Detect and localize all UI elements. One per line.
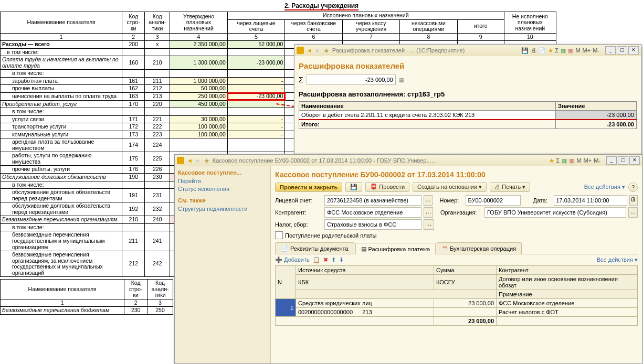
row-name: заработная плата <box>1 77 122 85</box>
h-nekass: некассовыми операциями <box>400 19 457 33</box>
date-select[interactable]: 🗓 <box>629 195 638 206</box>
h-kassa: через кассу учреждения <box>342 19 399 33</box>
star-icon[interactable]: ★ <box>204 157 210 165</box>
row-name: Обслуживание долговых обязательств <box>1 174 122 181</box>
help-button[interactable]: ? <box>628 183 638 192</box>
h-row: Код стро- ки <box>122 12 145 34</box>
post-close-button[interactable]: Провести и закрыть <box>275 183 342 192</box>
payment-grid[interactable]: N Источник средств Сумма Контрагент КБК … <box>275 265 638 326</box>
h-exec: Исполнено плановых назначений <box>227 12 504 20</box>
row-name: Расходы — всего <box>1 41 122 49</box>
post-button[interactable]: 📮 Провести <box>365 182 409 192</box>
tab-req[interactable]: 📄 Реквизиты документа <box>275 242 354 254</box>
contr-select[interactable]: … <box>424 207 433 218</box>
delete-icon[interactable]: ✖ <box>323 256 328 263</box>
row-num[interactable]: 1 <box>276 299 296 317</box>
row-name: в том числе: <box>1 181 122 189</box>
contr-input[interactable] <box>324 207 421 218</box>
row-name: прочие работы, услуги <box>1 166 122 174</box>
h-name: Наименование показателя <box>1 12 122 34</box>
down-icon[interactable]: ⬇ <box>339 256 344 263</box>
mp-btn[interactable]: M+ <box>584 157 592 164</box>
m-btn[interactable]: M <box>575 47 580 53</box>
row-sum[interactable]: 23 000,00 <box>434 299 497 308</box>
close-button[interactable]: ✕ <box>628 46 639 55</box>
max-button[interactable]: ▢ <box>617 46 627 55</box>
titlebar-2[interactable]: ◄ ► ★ Кассовое поступление БУ00-000002 о… <box>175 155 642 166</box>
win1-sub: Расшифровка автозаполнения: стр163_гр5 <box>299 90 637 98</box>
row-name: начисления на выплаты по оплате труда <box>1 93 122 101</box>
org-input[interactable] <box>484 207 626 218</box>
star2-icon[interactable]: ★ <box>548 47 553 54</box>
print-icon[interactable]: 🖨 <box>531 47 536 53</box>
row-name: обслуживание долговых обязательств перед… <box>1 189 122 202</box>
calc-icon[interactable]: ▦ <box>561 47 566 54</box>
sigma-input[interactable] <box>307 74 396 85</box>
save-icon-button[interactable]: 💾 <box>345 182 362 192</box>
row-name: Безвозмездные перечисления организациям <box>1 216 122 224</box>
tab-detail[interactable]: ▤ Расшифровка платежа <box>355 243 436 254</box>
doc-icon[interactable]: 📄 <box>539 47 546 54</box>
nav-back-icon[interactable]: ◄ <box>307 47 312 53</box>
row-name: обслуживание долговых обязательств перед… <box>1 202 122 216</box>
sidebar-link-struct[interactable]: Структура подчиненности <box>178 206 267 212</box>
nalog-input[interactable] <box>324 219 421 230</box>
detail-name[interactable]: Оборот в дебет счета 2.201.11 с кредита … <box>299 111 556 120</box>
detail-table: НаименованиеЗначение Оборот в дебет счет… <box>299 101 637 129</box>
create-based-button[interactable]: Создать на основании ▾ <box>413 182 487 192</box>
mm-btn[interactable]: M- <box>594 157 600 164</box>
close-button[interactable]: ✕ <box>629 156 640 165</box>
add-button[interactable]: ➕ Добавить <box>275 256 310 263</box>
window-cash: ◄ ► ★ Кассовое поступление БУ00-000002 о… <box>174 154 642 364</box>
row-src[interactable]: Средства юридических лиц <box>296 299 434 308</box>
all-actions-link[interactable]: Все действия ▾ <box>584 184 625 190</box>
max-button[interactable]: ▢ <box>618 156 628 165</box>
sidebar-hdr2: См. также <box>178 197 267 204</box>
app-icon <box>297 47 304 54</box>
min-button[interactable]: _ <box>606 156 617 165</box>
parent-pay-checkbox[interactable] <box>275 231 283 239</box>
grid-icon[interactable]: ▦ <box>568 47 573 54</box>
date-input[interactable] <box>554 195 627 206</box>
num-input[interactable] <box>466 195 521 206</box>
mm-btn[interactable]: M- <box>593 47 599 53</box>
nalog-select[interactable]: … <box>424 219 434 230</box>
grid-icon[interactable]: ▦ <box>569 157 574 164</box>
row-contr[interactable]: ФСС Московское отделение <box>497 299 638 308</box>
print-button[interactable]: 🖨 Печать ▾ <box>490 182 530 192</box>
sum-icon[interactable]: Σ <box>556 157 560 164</box>
star-icon[interactable]: ★ <box>323 47 330 55</box>
nav-fwd-icon[interactable]: ► <box>315 47 321 53</box>
sigma-icon: Σ <box>299 76 303 84</box>
grid-total: 23 000,00 <box>434 317 497 326</box>
save-icon[interactable]: 💾 <box>521 47 529 54</box>
calc-icon[interactable]: ▦ <box>562 157 567 164</box>
section-title: 2. Расходы учреждения <box>284 2 359 10</box>
sidebar-link-goto[interactable]: Перейти <box>178 178 267 184</box>
up-icon[interactable]: ⬆ <box>331 256 336 263</box>
nav-fwd-icon[interactable]: ► <box>195 157 201 164</box>
calc2-icon[interactable]: ▦ <box>399 77 404 83</box>
row-name: в том числе: <box>1 108 122 116</box>
sum-icon[interactable]: Σ <box>555 47 559 53</box>
detail-val[interactable]: -23 000,00 <box>556 111 637 120</box>
lic-select[interactable]: … <box>424 195 433 206</box>
lic-input[interactable] <box>324 195 421 206</box>
row-dog[interactable]: Расчет налогов с ФОТ <box>497 308 638 317</box>
sidebar-link-status[interactable]: Статус исполнения <box>178 186 267 192</box>
h-bank: через банковские счета <box>285 19 342 33</box>
titlebar-1[interactable]: ◄ ► ★ Расшифровка показателей - ... (1С:… <box>294 45 641 56</box>
star2-icon[interactable]: ★ <box>549 157 554 164</box>
org-select[interactable]: … <box>628 207 638 218</box>
m-btn[interactable]: M <box>576 157 581 164</box>
nav-back-icon[interactable]: ◄ <box>187 157 193 164</box>
min-button[interactable]: _ <box>605 46 616 55</box>
mp-btn[interactable]: M+ <box>583 47 591 53</box>
tab-acct[interactable]: ᴬᴷ Бухгалтерская операция <box>437 242 522 254</box>
all-actions2[interactable]: Все действия ▾ <box>597 256 638 263</box>
copy-icon[interactable]: 📋 <box>313 256 320 263</box>
win2-title: Кассовое поступление БУ00-000002 от 17.0… <box>213 157 438 164</box>
row-name: безвозмездные перечисления государственн… <box>1 231 122 251</box>
footer-grid: Наименование показателя Код стро- ки Код… <box>0 279 173 315</box>
h-notexec: Не исполнено плановых назначений <box>504 12 556 34</box>
